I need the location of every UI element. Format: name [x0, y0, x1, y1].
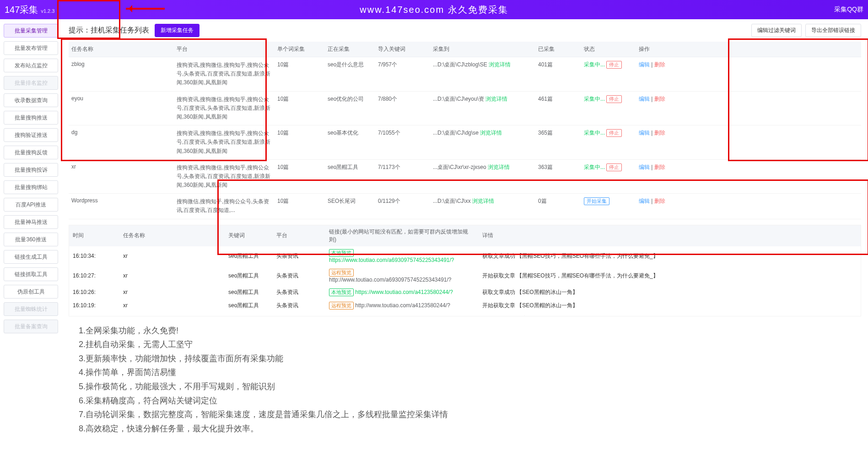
cell-keyword: seo黑帽工具	[225, 312, 273, 316]
cell-ops: 编辑 | 删除	[636, 91, 861, 125]
sidebar-item[interactable]: 批量搜狗绑站	[4, 180, 58, 194]
cell-status: 开始采集	[581, 194, 636, 219]
edit-link[interactable]: 编辑	[639, 61, 650, 68]
sidebar: 批量采集管理批量发布管理发布站点监控批量排名监控收录数据查询批量搜狗推送搜狗验证…	[0, 19, 62, 445]
sidebar-item[interactable]: 收录数据查询	[4, 93, 58, 107]
cell-detail: 开始获取文章 【SEO黑帽的冰山一角】	[479, 299, 861, 312]
app-header: 147采集 v1.2.3 www.147seo.com 永久免费采集 采集QQ群	[0, 0, 868, 19]
url-link[interactable]: https://www.toutiao.com/a693097574522534…	[329, 257, 454, 263]
url-link[interactable]: http://www.toutiao.com/a4123580244/?	[355, 302, 450, 309]
feature-line: 6.采集精确度高，符合网站关键词定位	[79, 394, 861, 408]
delete-link[interactable]: 删除	[654, 130, 665, 136]
cell-ops: 编辑 | 删除	[636, 57, 861, 92]
th-detail: 详情	[479, 225, 861, 246]
cell-single: 10篇	[275, 125, 325, 160]
sidebar-item[interactable]: 链接抓取工具	[4, 267, 58, 281]
cell-path: ...D:\桌面\CJ\xx 浏览详情	[430, 194, 535, 219]
delete-link[interactable]: 删除	[654, 198, 665, 204]
remote-preview-tag[interactable]: 远程预览	[329, 302, 354, 310]
th-keyword: 关键词	[225, 225, 273, 246]
local-preview-tag[interactable]: 本地预览	[329, 249, 354, 257]
browse-link[interactable]: 浏览详情	[489, 61, 511, 68]
sidebar-item[interactable]: 百度API推送	[4, 198, 58, 212]
stop-button[interactable]: 停止	[606, 95, 622, 103]
stop-button[interactable]: 停止	[606, 163, 622, 171]
qq-group-link[interactable]: 采集QQ群	[834, 5, 863, 14]
sidebar-item: 批量蜘蛛统计	[4, 302, 58, 316]
edit-link[interactable]: 编辑	[639, 130, 650, 136]
th-link: 链接(最小的网站可能没有匹配，如需要可群内反馈增加规则)	[325, 225, 479, 246]
cell-imported: 7/1173个	[375, 159, 430, 194]
delete-link[interactable]: 删除	[654, 61, 665, 68]
sidebar-item[interactable]: 链接生成工具	[4, 250, 58, 264]
cell-running: seo是什么意思	[325, 57, 375, 92]
remote-preview-tag[interactable]: 远程预览	[329, 269, 354, 277]
delete-link[interactable]: 删除	[654, 164, 665, 170]
browse-link[interactable]: 浏览详情	[480, 130, 502, 136]
cell-task: xr	[119, 299, 225, 312]
delete-link[interactable]: 删除	[654, 96, 665, 102]
cell-status: 采集中... 停止	[581, 91, 636, 125]
sidebar-item[interactable]: 批量搜狗投诉	[4, 163, 58, 177]
sidebar-item[interactable]: 批量神马推送	[4, 215, 58, 229]
sidebar-item[interactable]: 伪原创工具	[4, 285, 58, 299]
browse-link[interactable]: 浏览详情	[488, 164, 510, 170]
feature-list: 1.全网采集功能，永久免费!2.挂机自动采集，无需人工坚守3.更新频率快，功能增…	[69, 324, 861, 436]
stop-button[interactable]: 停止	[606, 129, 622, 137]
cell-collected: 363篇	[535, 159, 581, 194]
th-platform: 平台	[174, 42, 275, 57]
edit-link[interactable]: 编辑	[639, 164, 650, 170]
cell-link: 远程预览 http://www.toutiao.com/a4123580244/…	[325, 299, 479, 312]
cell-name: dg	[69, 125, 174, 160]
browse-link[interactable]: 浏览详情	[485, 96, 507, 102]
cell-link: 远程预览 http://www.toutiao.com/a69309757452…	[325, 266, 479, 286]
th-ops: 操作	[636, 42, 861, 57]
cell-platform: 头条资讯	[273, 266, 325, 286]
page-hint: 提示：挂机采集任务列表	[69, 26, 149, 35]
cell-task: xr	[119, 286, 225, 299]
cell-running: seo优化的公司	[325, 91, 375, 125]
edit-link[interactable]: 编辑	[639, 96, 650, 102]
status-running: 采集中...	[584, 96, 605, 102]
url-link[interactable]: https://www.toutiao.com/a4123580244/?	[355, 289, 453, 295]
export-errors-button[interactable]: 导出全部错误链接	[805, 24, 861, 37]
feature-line: 5.操作极简化，功能最强大，不用手写规则，智能识别	[79, 380, 861, 394]
cell-single: 10篇	[275, 194, 325, 219]
sidebar-item[interactable]: 发布站点监控	[4, 59, 58, 72]
cell-platform: 头条资讯	[273, 299, 325, 312]
feature-line: 4.操作简单，界面简洁易懂	[79, 365, 861, 380]
browse-link[interactable]: 浏览详情	[472, 198, 494, 204]
stop-button[interactable]: 停止	[606, 61, 622, 69]
version-text: v1.2.3	[41, 8, 54, 14]
local-preview-tag[interactable]: 本地预览	[329, 288, 354, 296]
cell-status: 采集中... 停止	[581, 125, 636, 160]
th-status: 状态	[581, 42, 636, 57]
edit-link[interactable]: 编辑	[639, 198, 650, 204]
cell-path: ...D:\桌面\CJ\dg\se 浏览详情	[430, 125, 535, 160]
main-panel: 提示：挂机采集任务列表 新增采集任务 编辑过滤关键词 导出全部错误链接 任务名称…	[62, 19, 868, 445]
sidebar-item[interactable]: 搜狗验证推送	[4, 128, 58, 142]
table-row: 16:10:19:xrseo黑帽工具头条资讯远程预览 http://www.to…	[69, 299, 861, 312]
start-button[interactable]: 开始采集	[584, 197, 609, 205]
filter-keywords-button[interactable]: 编辑过滤关键词	[751, 24, 802, 37]
cell-time: 16:10:19:	[69, 312, 119, 316]
cell-platform: 搜狗微信,搜狗知乎,搜狗公众号,头条资讯,百度资讯,百度知道,...	[174, 194, 275, 219]
cell-status: 采集中... 停止	[581, 57, 636, 92]
sidebar-item[interactable]: 批量360推送	[4, 233, 58, 246]
status-running: 采集中...	[584, 130, 605, 136]
cell-name: Wordpress	[69, 194, 174, 219]
sidebar-item[interactable]: 批量发布管理	[4, 41, 58, 55]
table-row: 16:10:34:xrseo黑帽工具头条资讯本地预览 https://www.t…	[69, 246, 861, 266]
table-row: Wordpress搜狗微信,搜狗知乎,搜狗公众号,头条资讯,百度资讯,百度知道,…	[69, 194, 861, 219]
cell-single: 10篇	[275, 159, 325, 194]
sidebar-item[interactable]: 批量采集管理	[4, 24, 58, 38]
new-task-button[interactable]: 新增采集任务	[155, 24, 199, 37]
table-row: 16:10:19:xrseo黑帽工具头条资讯标题[国内网站内容篡改现状调查]不包…	[69, 312, 861, 316]
cell-platform: 头条资讯	[273, 286, 325, 299]
cell-detail: 标题[国内网站内容篡改现状调查]不包含【必须包含词】跳过	[479, 312, 861, 316]
url-link[interactable]: http://www.toutiao.com/a6930975745225343…	[329, 277, 452, 283]
sidebar-item[interactable]: 批量搜狗反馈	[4, 146, 58, 159]
sidebar-item[interactable]: 批量搜狗推送	[4, 111, 58, 125]
status-running: 采集中...	[584, 164, 605, 170]
cell-path: ...D:\桌面\CJ\eyou\资 浏览详情	[430, 91, 535, 125]
